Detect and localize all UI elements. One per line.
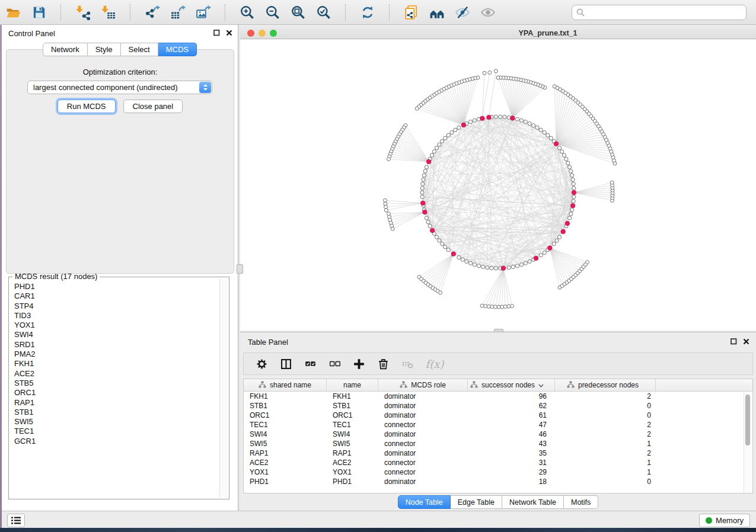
select-all-columns-icon[interactable] — [303, 357, 317, 371]
result-item[interactable]: TEC1 — [14, 427, 219, 436]
result-item[interactable]: ORC1 — [14, 388, 219, 398]
result-item[interactable]: STP4 — [14, 302, 219, 311]
result-item[interactable]: SWI4 — [14, 330, 219, 339]
table-row[interactable]: STB1STB1dominator620 — [244, 401, 752, 411]
float-panel-icon[interactable] — [213, 30, 220, 36]
table-row[interactable]: PHD1PHD1dominator180 — [244, 477, 752, 486]
show-all-icon[interactable] — [479, 4, 497, 21]
result-item[interactable]: ACE2 — [14, 369, 219, 379]
memory-button[interactable]: Memory — [699, 514, 750, 527]
tab-motifs[interactable]: Motifs — [564, 495, 598, 509]
cell: dominator — [378, 392, 468, 401]
close-table-panel-icon[interactable] — [743, 338, 749, 345]
tab-node-table[interactable]: Node Table — [398, 495, 451, 509]
result-item[interactable]: CAR1 — [14, 291, 219, 301]
cell: dominator — [378, 411, 468, 420]
main-toolbar-icons — [5, 4, 497, 21]
result-item[interactable]: PHD1 — [14, 282, 219, 291]
network-canvas[interactable] — [240, 40, 756, 331]
result-item[interactable]: STB1 — [14, 408, 219, 417]
result-list-scrollbar[interactable] — [219, 279, 227, 497]
result-item[interactable]: RAP1 — [14, 398, 219, 408]
cell: connector — [378, 420, 468, 430]
refresh-icon[interactable] — [359, 4, 377, 21]
zoom-out-icon[interactable] — [264, 4, 282, 21]
export-network-icon[interactable] — [143, 4, 161, 21]
vertical-splitter-grip[interactable] — [237, 264, 243, 274]
panel-menu-button[interactable] — [7, 514, 25, 527]
close-panel-button[interactable]: Close panel — [123, 100, 183, 113]
table-row[interactable]: RAP1RAP1dominator352 — [244, 448, 752, 458]
duplicate-network-icon[interactable] — [403, 4, 420, 21]
export-table-icon[interactable] — [169, 4, 187, 21]
float-table-panel-icon[interactable] — [731, 338, 737, 345]
column-header-predecessor-nodes[interactable]: predecessor nodes — [555, 379, 656, 391]
cell: RAP1 — [244, 448, 327, 458]
tab-edge-table[interactable]: Edge Table — [451, 495, 502, 509]
network-workspace: YPA_prune.txt_1 Table Panel f(x) shared … — [240, 25, 756, 511]
mcds-result-list[interactable]: PHD1CAR1STP4TID3YOX1SWI4SRD1PMA2FKH1ACE2… — [11, 280, 219, 497]
maximize-window-icon[interactable] — [270, 30, 277, 37]
zoom-in-icon[interactable] — [238, 4, 256, 21]
add-column-icon[interactable] — [352, 357, 366, 371]
table-row[interactable]: FKH1FKH1dominator962 — [244, 392, 752, 401]
search-input[interactable] — [572, 5, 747, 20]
table-scrollbar[interactable] — [744, 392, 752, 492]
table-scrollbar-thumb[interactable] — [745, 395, 750, 446]
result-item[interactable]: SRD1 — [14, 340, 219, 350]
split-columns-icon[interactable] — [279, 357, 293, 371]
first-neighbors-icon[interactable] — [428, 4, 446, 21]
result-item[interactable]: FKH1 — [14, 359, 219, 368]
minimize-window-icon[interactable] — [259, 30, 266, 37]
column-header-shared-name[interactable]: shared name — [244, 379, 327, 391]
result-item[interactable]: GCR1 — [14, 437, 219, 446]
result-item[interactable]: TID3 — [14, 311, 219, 321]
result-item[interactable]: PMA2 — [14, 350, 219, 359]
tab-network-table[interactable]: Network Table — [502, 495, 564, 509]
cell: 31 — [468, 458, 555, 467]
result-item[interactable]: YOX1 — [14, 321, 219, 330]
network-window-titlebar[interactable]: YPA_prune.txt_1 — [240, 27, 756, 39]
export-image-icon[interactable] — [194, 4, 212, 21]
import-table-icon[interactable] — [100, 4, 117, 21]
cell: PHD1 — [244, 477, 327, 486]
tab-network[interactable]: Network — [43, 43, 88, 56]
destroy-table-icon — [400, 357, 414, 371]
tree-icon — [567, 381, 575, 390]
zoom-fit-icon[interactable] — [289, 4, 307, 21]
cell: ACE2 — [327, 458, 378, 467]
network-graph[interactable] — [240, 40, 756, 331]
tab-select[interactable]: Select — [121, 43, 158, 56]
delete-columns-icon[interactable] — [376, 357, 390, 371]
table-row[interactable]: SWI4SWI4dominator462 — [244, 430, 752, 439]
close-window-icon[interactable] — [247, 30, 254, 37]
hide-selected-icon[interactable] — [454, 4, 471, 21]
table-row[interactable]: SWI5SWI5connector431 — [244, 439, 752, 448]
result-item[interactable]: STB5 — [14, 379, 219, 388]
open-session-icon[interactable] — [5, 4, 23, 21]
table-tabs: Node TableEdge TableNetwork TableMotifs — [240, 495, 756, 509]
save-session-icon[interactable] — [30, 4, 48, 21]
zoom-selected-icon[interactable] — [315, 4, 333, 21]
run-mcds-button[interactable]: Run MCDS — [58, 100, 116, 113]
table-row[interactable]: ORC1ORC1dominator610 — [244, 411, 752, 420]
column-header-MCDS-role[interactable]: MCDS role — [378, 379, 468, 391]
column-header-successor-nodes[interactable]: successor nodes — [468, 379, 555, 391]
gear-icon[interactable] — [254, 357, 269, 371]
result-item[interactable]: SWI5 — [14, 417, 219, 427]
import-network-icon[interactable] — [74, 4, 92, 21]
cell: 47 — [468, 420, 555, 430]
cell: TEC1 — [244, 420, 327, 430]
tab-style[interactable]: Style — [88, 43, 121, 56]
cell: connector — [378, 467, 468, 477]
column-header-name[interactable]: name — [327, 379, 378, 391]
table-row[interactable]: TEC1TEC1connector472 — [244, 420, 752, 430]
cell: dominator — [378, 401, 468, 411]
table-row[interactable]: YOX1YOX1connector291 — [244, 467, 752, 477]
control-tabs: NetworkStyleSelectMCDS — [2, 43, 238, 56]
tab-mcds[interactable]: MCDS — [158, 43, 197, 56]
deselect-all-columns-icon[interactable] — [327, 357, 342, 371]
criterion-dropdown[interactable]: largest connected component (undirected) — [27, 81, 212, 94]
table-row[interactable]: ACE2ACE2connector311 — [244, 458, 752, 467]
close-panel-icon[interactable] — [226, 30, 232, 36]
